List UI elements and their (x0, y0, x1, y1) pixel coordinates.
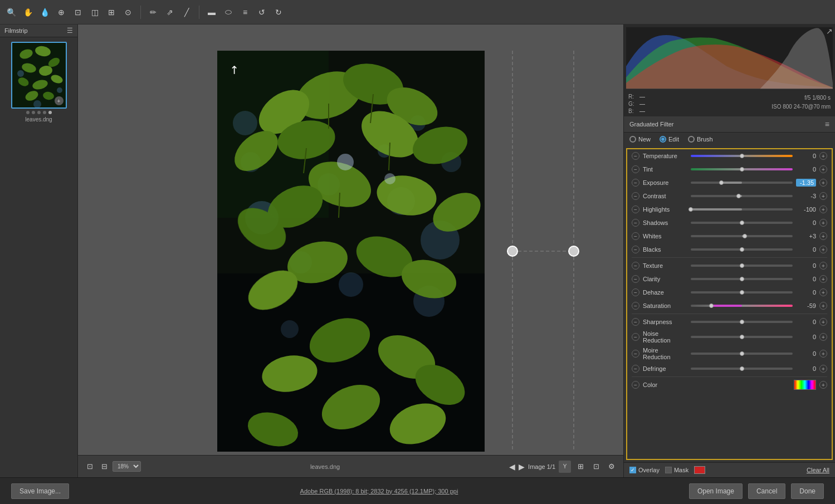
filmstrip-menu-icon[interactable]: ☰ (67, 27, 73, 35)
rectangle-tool[interactable]: ▬ (205, 6, 218, 19)
defringe-minus-btn[interactable]: − (632, 365, 639, 373)
exposure-plus-btn[interactable]: + (819, 179, 827, 187)
straighten-tool[interactable]: ◫ (88, 6, 101, 19)
mask-color-swatch[interactable] (694, 466, 705, 474)
temperature-plus-btn[interactable]: + (819, 152, 827, 160)
zoom-fill-btn[interactable]: ⊡ (590, 461, 602, 473)
temperature-slider[interactable] (691, 155, 793, 157)
color-plus-btn[interactable]: + (819, 381, 827, 389)
transform-tool[interactable]: ⊞ (105, 6, 118, 19)
status-link[interactable]: Adobe RGB (1998): 8 bit; 2832 by 4256 (1… (300, 488, 458, 495)
dehaze-slider[interactable] (691, 291, 793, 293)
noise-reduction-slider[interactable] (691, 336, 793, 338)
moire-reduction-slider[interactable] (691, 353, 793, 355)
overlay-checkbox-group[interactable]: ✓ Overlay (629, 467, 660, 473)
panel-options-btn[interactable]: ≡ (825, 120, 829, 129)
exposure-value[interactable]: -1.35 (796, 179, 816, 187)
undo-tool[interactable]: ↺ (255, 6, 268, 19)
radio-edit[interactable]: Edit (660, 136, 679, 143)
shadows-slider[interactable] (691, 222, 793, 224)
contrast-slider[interactable] (691, 195, 793, 197)
highlights-plus-btn[interactable]: + (819, 205, 827, 213)
next-image-btn[interactable]: ▶ (519, 462, 525, 471)
overlay-checkbox[interactable]: ✓ (629, 467, 636, 473)
done-btn[interactable]: Done (791, 483, 824, 499)
blacks-slider[interactable] (691, 248, 793, 251)
defringe-slider[interactable] (691, 368, 793, 370)
whites-slider[interactable] (691, 235, 793, 237)
mask-checkbox[interactable] (665, 467, 672, 473)
filmstrip-thumbnail[interactable]: + (11, 42, 67, 109)
texture-minus-btn[interactable]: − (632, 262, 639, 270)
defringe-value: 0 (796, 365, 816, 372)
temperature-minus-btn[interactable]: − (632, 152, 639, 160)
tint-plus-btn[interactable]: + (819, 165, 827, 173)
filmstrip-zoom-btn[interactable]: + (55, 96, 64, 105)
texture-plus-btn[interactable]: + (819, 262, 827, 270)
clarity-track (691, 278, 793, 280)
color-sampler-tool[interactable]: ⊕ (55, 6, 68, 19)
redo-tool[interactable]: ↻ (272, 6, 285, 19)
zoom-fit-btn[interactable]: ⊞ (574, 461, 587, 473)
shadows-plus-btn[interactable]: + (819, 219, 827, 227)
shadows-minus-btn[interactable]: − (632, 219, 639, 227)
blacks-thumb (740, 247, 744, 252)
noise-reduction-plus-btn[interactable]: + (819, 333, 827, 341)
histogram-export-btn[interactable]: ↗ (826, 27, 833, 36)
saturation-plus-btn[interactable]: + (819, 302, 827, 310)
canvas-area[interactable]: ↗ (78, 25, 623, 477)
mask-checkbox-group[interactable]: Mask (665, 467, 688, 473)
noise-reduction-minus-btn[interactable]: − (632, 333, 639, 341)
fill-frame-btn[interactable]: ⊟ (98, 461, 110, 473)
prev-image-btn[interactable]: ◀ (509, 462, 515, 471)
white-balance-tool[interactable]: 💧 (38, 6, 51, 19)
radio-new[interactable]: New (629, 136, 651, 143)
radio-brush[interactable]: Brush (688, 136, 713, 143)
red-eye-tool[interactable]: ✏ (147, 6, 160, 19)
blacks-minus-btn[interactable]: − (632, 246, 639, 253)
hand-tool[interactable]: ✋ (21, 6, 35, 19)
contrast-minus-btn[interactable]: − (632, 192, 639, 200)
spot-removal-tool[interactable]: ⊙ (121, 6, 135, 19)
saturation-slider[interactable] (691, 305, 793, 307)
saturation-minus-btn[interactable]: − (632, 302, 639, 310)
texture-slider[interactable] (691, 265, 793, 267)
cancel-btn[interactable]: Cancel (748, 483, 785, 499)
tint-slider[interactable] (691, 168, 793, 170)
sharpness-slider[interactable] (691, 321, 793, 323)
sharpness-plus-btn[interactable]: + (819, 318, 827, 326)
clarity-slider[interactable] (691, 278, 793, 280)
adjustment-brush-tool[interactable]: ⇗ (163, 6, 177, 19)
exposure-slider[interactable] (691, 182, 793, 184)
moire-reduction-minus-btn[interactable]: − (632, 350, 639, 358)
rating-filter-btn[interactable]: Y (559, 461, 571, 473)
clarity-minus-btn[interactable]: − (632, 275, 639, 283)
workflow-options-btn[interactable]: ⚙ (606, 461, 618, 473)
radial-filter-tool[interactable]: ≡ (238, 6, 252, 19)
sharpness-minus-btn[interactable]: − (632, 318, 639, 326)
fit-frame-btn[interactable]: ⊡ (84, 461, 96, 473)
ellipse-tool[interactable]: ⬭ (222, 6, 235, 19)
zoom-select[interactable]: 18% (113, 461, 141, 472)
zoom-in-tool[interactable]: 🔍 (4, 6, 18, 19)
highlights-minus-btn[interactable]: − (632, 205, 639, 213)
color-minus-btn[interactable]: − (632, 381, 639, 389)
clarity-plus-btn[interactable]: + (819, 275, 827, 283)
dehaze-plus-btn[interactable]: + (819, 288, 827, 296)
defringe-plus-btn[interactable]: + (819, 365, 827, 373)
tint-minus-btn[interactable]: − (632, 165, 639, 173)
graduated-filter-tool[interactable]: ╱ (180, 6, 193, 19)
dehaze-minus-btn[interactable]: − (632, 288, 639, 296)
save-image-btn[interactable]: Save Image... (11, 483, 69, 499)
moire-reduction-plus-btn[interactable]: + (819, 350, 827, 358)
blacks-plus-btn[interactable]: + (819, 246, 827, 253)
whites-minus-btn[interactable]: − (632, 232, 639, 240)
exposure-minus-btn[interactable]: − (632, 179, 639, 187)
clear-all-btn[interactable]: Clear All (807, 467, 829, 473)
highlights-slider[interactable] (691, 208, 793, 211)
crop-tool[interactable]: ⊡ (71, 6, 85, 19)
color-swatch[interactable] (794, 380, 816, 390)
open-image-btn[interactable]: Open Image (689, 483, 743, 499)
contrast-plus-btn[interactable]: + (819, 192, 827, 200)
whites-plus-btn[interactable]: + (819, 232, 827, 240)
